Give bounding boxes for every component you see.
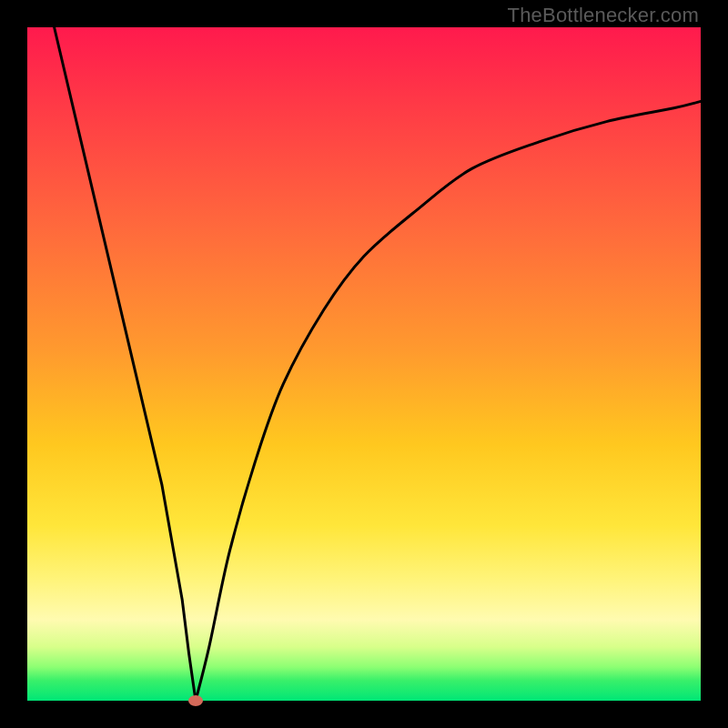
bottleneck-curve	[27, 27, 701, 701]
chart-frame: TheBottlenecker.com	[0, 0, 728, 728]
attribution-text: TheBottlenecker.com	[508, 4, 699, 27]
plot-area	[27, 27, 701, 701]
curve-path	[55, 27, 701, 701]
optimal-point-marker	[188, 695, 203, 706]
